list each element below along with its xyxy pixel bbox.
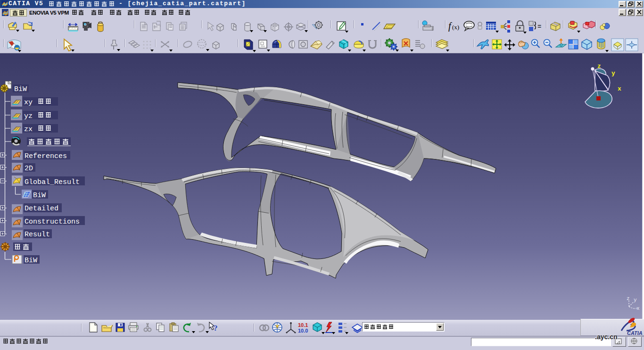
svg-text:BiW: BiW — [25, 257, 37, 265]
svg-text:BiW: BiW — [33, 192, 46, 200]
svg-text:References: References — [25, 152, 67, 160]
svg-text:?: ? — [214, 324, 218, 333]
svg-text:Detailed: Detailed — [25, 205, 58, 213]
svg-text:Constructions: Constructions — [25, 218, 80, 226]
svg-text:Result: Result — [25, 231, 50, 239]
svg-text:xy: xy — [24, 99, 33, 107]
svg-text:zx: zx — [24, 125, 33, 133]
svg-text:10.0: 10.0 — [298, 328, 308, 333]
svg-text:2D: 2D — [25, 165, 33, 173]
svg-text:yz: yz — [24, 112, 33, 120]
svg-text:z: z — [597, 63, 601, 70]
svg-text:(x): (x) — [452, 24, 459, 31]
svg-text:BiW: BiW — [14, 85, 27, 93]
svg-text:10.1: 10.1 — [298, 322, 308, 328]
svg-text:=: = — [537, 23, 541, 31]
svg-text:x: x — [636, 306, 640, 311]
svg-text:z: z — [627, 296, 630, 301]
svg-text:Global_Result: Global_Result — [25, 178, 80, 186]
svg-text:y: y — [611, 70, 615, 77]
svg-text:CATIA: CATIA — [627, 330, 643, 336]
svg-text:x: x — [618, 85, 621, 92]
svg-text:y: y — [634, 297, 637, 303]
svg-text:f: f — [448, 21, 452, 32]
